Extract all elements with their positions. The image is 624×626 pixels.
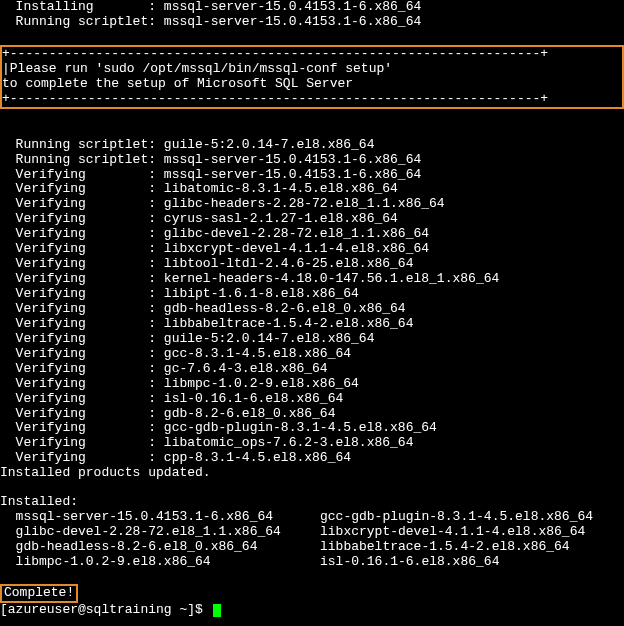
installed-columns: mssql-server-15.0.4153.1-6.x86_64 glibc-…	[0, 510, 624, 570]
output-line: Verifying : glibc-devel-2.28-72.el8_1.1.…	[0, 227, 624, 242]
output-line: Verifying : cyrus-sasl-2.1.27-1.el8.x86_…	[0, 212, 624, 227]
installed-pkg: mssql-server-15.0.4153.1-6.x86_64	[0, 510, 320, 525]
notice-border: +---------------------------------------…	[2, 92, 622, 107]
installed-pkg: libbabeltrace-1.5.4-2.el8.x86_64	[320, 540, 624, 555]
complete-line: Complete!	[0, 584, 624, 603]
output-line: Running scriptlet: guile-5:2.0.14-7.el8.…	[0, 138, 624, 153]
blank-line	[0, 570, 624, 584]
output-line: Verifying : gdb-headless-8.2-6.el8_0.x86…	[0, 302, 624, 317]
output-line: Verifying : cpp-8.3.1-4.5.el8.x86_64	[0, 451, 624, 466]
shell-prompt: [azureuser@sqltraining ~]$	[0, 602, 211, 617]
notice-line: to complete the setup of Microsoft SQL S…	[2, 77, 622, 92]
installed-pkg: libmpc-1.0.2-9.el8.x86_64	[0, 555, 320, 570]
blank-line	[0, 124, 624, 138]
installed-pkg: gcc-gdb-plugin-8.3.1-4.5.el8.x86_64	[320, 510, 624, 525]
installed-header: Installed:	[0, 495, 624, 510]
output-line: Verifying : libipt-1.6.1-8.el8.x86_64	[0, 287, 624, 302]
output-line: Verifying : libxcrypt-devel-4.1.1-4.el8.…	[0, 242, 624, 257]
cursor-icon	[213, 604, 221, 617]
installed-pkg: libxcrypt-devel-4.1.1-4.el8.x86_64	[320, 525, 624, 540]
setup-notice-box: +---------------------------------------…	[0, 45, 624, 109]
blank-line	[0, 110, 624, 124]
blank-line	[0, 30, 624, 44]
prompt-line[interactable]: [azureuser@sqltraining ~]$	[0, 603, 624, 618]
output-line: Verifying : libtool-ltdl-2.4.6-25.el8.x8…	[0, 257, 624, 272]
output-line: Verifying : gcc-8.3.1-4.5.el8.x86_64	[0, 347, 624, 362]
output-line: Verifying : libatomic_ops-7.6.2-3.el8.x8…	[0, 436, 624, 451]
output-line: Verifying : isl-0.16.1-6.el8.x86_64	[0, 392, 624, 407]
output-line: Verifying : libmpc-1.0.2-9.el8.x86_64	[0, 377, 624, 392]
output-line: Verifying : gcc-gdb-plugin-8.3.1-4.5.el8…	[0, 421, 624, 436]
installed-pkg: gdb-headless-8.2-6.el8_0.x86_64	[0, 540, 320, 555]
output-line: Verifying : guile-5:2.0.14-7.el8.x86_64	[0, 332, 624, 347]
installed-pkg: glibc-devel-2.28-72.el8_1.1.x86_64	[0, 525, 320, 540]
output-line: Installed products updated.	[0, 466, 624, 481]
output-line: Verifying : mssql-server-15.0.4153.1-6.x…	[0, 168, 624, 183]
output-line: Verifying : libatomic-8.3.1-4.5.el8.x86_…	[0, 182, 624, 197]
output-line: Verifying : gc-7.6.4-3.el8.x86_64	[0, 362, 624, 377]
output-line: Verifying : glibc-headers-2.28-72.el8_1.…	[0, 197, 624, 212]
output-line: Verifying : kernel-headers-4.18.0-147.56…	[0, 272, 624, 287]
notice-line: |Please run 'sudo /opt/mssql/bin/mssql-c…	[2, 62, 622, 77]
output-line: Installing : mssql-server-15.0.4153.1-6.…	[0, 0, 624, 15]
notice-border: +---------------------------------------…	[2, 47, 622, 62]
installed-pkg: isl-0.16.1-6.el8.x86_64	[320, 555, 624, 570]
output-line: Running scriptlet: mssql-server-15.0.415…	[0, 153, 624, 168]
output-line: Verifying : gdb-8.2-6.el8_0.x86_64	[0, 407, 624, 422]
complete-badge: Complete!	[0, 584, 78, 603]
blank-line	[0, 481, 624, 495]
output-line: Running scriptlet: mssql-server-15.0.415…	[0, 15, 624, 30]
output-line: Verifying : libbabeltrace-1.5.4-2.el8.x8…	[0, 317, 624, 332]
